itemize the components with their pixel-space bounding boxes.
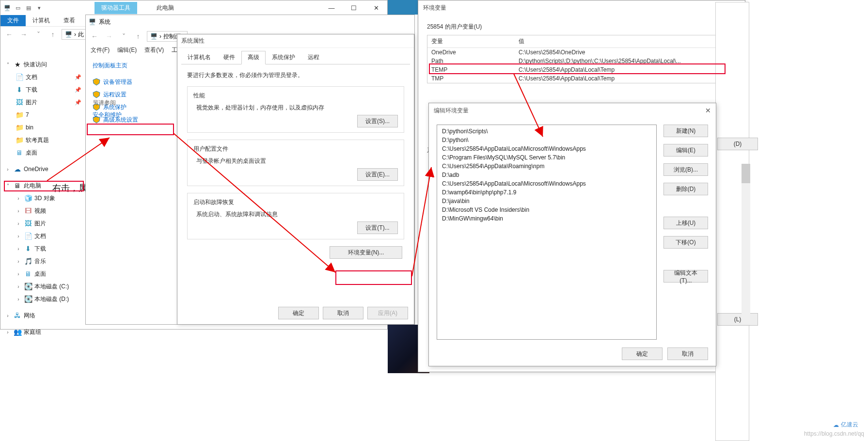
tree-documents2[interactable]: ›📄文档 xyxy=(11,230,85,242)
tree-label: 7 xyxy=(26,111,29,118)
close-button[interactable]: ✕ xyxy=(365,0,387,15)
up-button[interactable]: ↑ xyxy=(47,29,59,40)
tree-documents[interactable]: 📄文档📌 xyxy=(11,71,85,83)
tree-bin[interactable]: 📁bin xyxy=(11,121,85,134)
scrollbar[interactable] xyxy=(742,164,750,324)
cancel-button[interactable]: 取消 xyxy=(323,307,363,319)
ok-button[interactable]: 确定 xyxy=(278,307,319,319)
tree-desktop2[interactable]: ›🖥桌面 xyxy=(11,268,85,280)
user-variables-table[interactable]: 变量 值 OneDriveC:\Users\25854\OneDrivePath… xyxy=(427,35,736,83)
tree-disk-d[interactable]: ›💽本地磁盘 (D:) xyxy=(11,293,85,305)
tree-quick-access[interactable]: ˅★快速访问 xyxy=(0,58,85,71)
cancel-button[interactable]: 取消 xyxy=(667,347,708,360)
col-variable[interactable]: 变量 xyxy=(427,35,515,47)
menu-edit[interactable]: 编辑(E) xyxy=(117,46,137,54)
edit-text-button[interactable]: 编辑文本(T)... xyxy=(663,270,708,283)
dropdown-icon[interactable]: ▾ xyxy=(35,4,43,12)
tree-seven[interactable]: 📁7 xyxy=(11,109,85,121)
list-item[interactable]: D:\java\bin xyxy=(439,197,654,205)
apply-button[interactable]: 应用(A) xyxy=(367,307,408,319)
move-up-button[interactable]: 上移(U) xyxy=(663,217,708,229)
maximize-button[interactable]: ☐ xyxy=(343,0,365,15)
tab-remote[interactable]: 远程 xyxy=(301,51,326,64)
col-value[interactable]: 值 xyxy=(515,35,736,47)
chevron-right-icon[interactable]: › xyxy=(15,271,22,277)
ok-button[interactable]: 确定 xyxy=(622,347,663,360)
chevron-right-icon[interactable]: › xyxy=(4,330,11,335)
link-security[interactable]: 安全和维护 xyxy=(93,111,122,119)
table-row[interactable]: OneDriveC:\Users\25854\OneDrive xyxy=(427,48,736,57)
partial-button-d[interactable]: (D) xyxy=(717,138,758,150)
tree-disk-c[interactable]: ›💽本地磁盘 (C:) xyxy=(11,280,85,293)
tree-downloads2[interactable]: ›⬇下载 xyxy=(11,242,85,255)
environment-variables-button[interactable]: 环境变量(N)... xyxy=(330,246,402,259)
chevron-right-icon[interactable]: › xyxy=(15,259,22,264)
scrollbar-thumb[interactable] xyxy=(742,164,750,183)
tree-ruankao[interactable]: 📁软考真题 xyxy=(11,134,85,146)
tab-computer-name[interactable]: 计算机名 xyxy=(181,51,217,64)
tree-desktop[interactable]: 🖥桌面 xyxy=(11,146,85,159)
chevron-right-icon[interactable]: › xyxy=(4,313,11,318)
chevron-right-icon[interactable]: › xyxy=(15,234,22,239)
tab-advanced[interactable]: 高级 xyxy=(241,51,266,64)
chevron-right-icon[interactable]: › xyxy=(4,167,11,172)
link-device-manager[interactable]: 设备管理器 xyxy=(93,76,171,88)
tree-pictures2[interactable]: ›🖼图片 xyxy=(11,217,85,230)
tree-pictures[interactable]: 🖼图片📌 xyxy=(11,96,85,109)
chevron-right-icon[interactable]: › xyxy=(15,208,22,214)
list-item[interactable]: C:\Users\25854\AppData\Roaming\npm xyxy=(439,162,654,171)
ribbon-tab-file[interactable]: 文件 xyxy=(0,15,26,26)
menu-file[interactable]: 文件(F) xyxy=(91,46,110,54)
list-item[interactable]: C:\Users\25854\AppData\Local\Microsoft\W… xyxy=(439,179,654,188)
tree-downloads[interactable]: ⬇下载📌 xyxy=(11,83,85,96)
new-button[interactable]: 新建(N) xyxy=(663,125,708,137)
list-item[interactable]: D:\adb xyxy=(439,171,654,179)
close-button[interactable]: ✕ xyxy=(705,107,711,114)
settings-performance-button[interactable]: 设置(S)... xyxy=(357,115,398,127)
list-item[interactable]: D:\python\ xyxy=(439,136,654,144)
back-button[interactable]: ← xyxy=(89,31,100,42)
back-button[interactable]: ← xyxy=(3,29,15,40)
list-item[interactable]: D:\MinGW\mingw64\bin xyxy=(439,214,654,223)
tree-videos[interactable]: ›🎞视频 xyxy=(11,205,85,217)
chevron-right-icon[interactable]: › xyxy=(15,284,22,289)
tree-homegroup[interactable]: ›👥家庭组 xyxy=(0,326,85,338)
up-button[interactable]: ↑ xyxy=(132,31,144,42)
list-item[interactable]: C:\Program Files\MySQL\MySQL Server 5.7\… xyxy=(439,153,654,162)
forward-button[interactable]: → xyxy=(103,31,115,42)
list-item[interactable]: D:\wamp64\bin\php\php7.1.9 xyxy=(439,188,654,197)
tree-onedrive[interactable]: ›☁OneDrive xyxy=(0,163,85,175)
path-list[interactable]: D:\python\Scripts\D:\python\C:\Users\258… xyxy=(437,125,657,340)
history-dropdown[interactable]: ˅ xyxy=(118,31,129,42)
settings-startup-button[interactable]: 设置(T)... xyxy=(357,221,398,234)
move-down-button[interactable]: 下移(O) xyxy=(663,236,708,249)
menu-view[interactable]: 查看(V) xyxy=(144,46,164,54)
settings-profile-button[interactable]: 设置(E)... xyxy=(357,168,398,181)
partial-button-l[interactable]: (L) xyxy=(717,313,758,326)
list-item[interactable]: C:\Users\25854\AppData\Local\Microsoft\W… xyxy=(439,144,654,153)
ribbon-tab-computer[interactable]: 计算机 xyxy=(26,15,57,26)
browse-button[interactable]: 浏览(B)... xyxy=(663,163,708,176)
props-icon[interactable]: ▤ xyxy=(25,4,32,12)
list-item[interactable]: D:\python\Scripts\ xyxy=(439,127,654,136)
history-dropdown[interactable]: ˅ xyxy=(32,29,44,40)
tree-music[interactable]: ›🎵音乐 xyxy=(11,255,85,268)
chevron-down-icon[interactable]: ˅ xyxy=(4,62,11,67)
tab-system-protection[interactable]: 系统保护 xyxy=(266,51,301,64)
chevron-right-icon[interactable]: › xyxy=(15,196,22,201)
folder-icon[interactable]: ▭ xyxy=(14,4,22,12)
tree-network[interactable]: ›🖧网络 xyxy=(0,309,85,322)
minimize-button[interactable]: — xyxy=(320,0,343,15)
forward-button[interactable]: → xyxy=(18,29,30,40)
table-row[interactable]: TMPC:\Users\25854\AppData\Local\Temp xyxy=(427,74,736,83)
ribbon-tab-view[interactable]: 查看 xyxy=(57,15,82,26)
chevron-right-icon[interactable]: › xyxy=(15,246,22,252)
control-panel-home-link[interactable]: 控制面板主页 xyxy=(93,62,171,70)
list-item[interactable]: D:\Microsoft VS Code Insiders\bin xyxy=(439,205,654,214)
chevron-right-icon[interactable]: › xyxy=(15,221,22,226)
tab-hardware[interactable]: 硬件 xyxy=(217,51,241,64)
chevron-right-icon[interactable]: › xyxy=(15,297,22,302)
edit-button[interactable]: 编辑(E) xyxy=(663,144,708,157)
video-icon: 🎞 xyxy=(24,207,32,215)
delete-button[interactable]: 删除(D) xyxy=(663,183,708,195)
